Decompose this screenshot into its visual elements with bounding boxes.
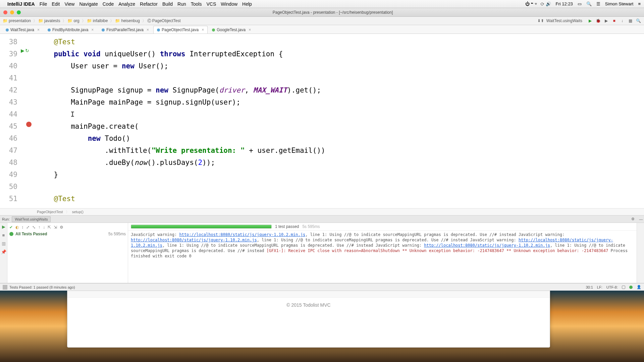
cog-icon[interactable]: ⚙ (60, 225, 63, 230)
menu-build[interactable]: Build (162, 1, 173, 7)
settings-icon[interactable]: ⚙ (630, 216, 636, 222)
app-name[interactable]: IntelliJ IDEA (7, 1, 35, 7)
run-tool-window: ▶ ■ ▥ 📌 ✔ ◐ ↕ ⤢ ⤡ ↑ ↓ ⇱ ⇲ ⚙ All Tests Pa… (0, 223, 644, 283)
console-right-gutter (637, 223, 644, 283)
next-icon[interactable]: ↓ (43, 225, 45, 230)
collapse-icon[interactable]: ⤡ (32, 225, 36, 230)
console-link[interactable]: http://localhost:8080/static/js/jquery-1… (179, 232, 306, 237)
code-area[interactable]: @Test public void uniqueUser() throws In… (37, 34, 644, 208)
run-label: Run: (2, 217, 10, 221)
search-everywhere-icon[interactable]: 🔍 (635, 18, 641, 24)
console-link[interactable]: http://localhost:8080/static/js/jquery-1… (131, 238, 257, 242)
run-config-tab[interactable]: WaitTest.usingWaits (12, 216, 51, 222)
file-encoding[interactable]: UTF-8: (606, 285, 618, 289)
tab-waittest[interactable]: WaitTest.java× (2, 26, 43, 34)
import-icon[interactable]: ⇲ (54, 225, 57, 230)
console-output[interactable]: JavaScript warning: http://localhost:808… (128, 231, 637, 283)
pin-icon[interactable]: 📌 (1, 249, 6, 254)
crumb-class[interactable]: Ⓒ PageObjectTest (147, 18, 181, 24)
crumb-project[interactable]: 📁 presentation (3, 18, 31, 23)
menu-refactor[interactable]: Refactor (140, 1, 158, 7)
tab-findbyattribute[interactable]: FindByAttribute.java× (44, 26, 97, 34)
run-config-selector[interactable]: WaitTest.usingWaits (546, 18, 582, 23)
mac-menubar: IntelliJ IDEA File Edit View Navigate Co… (0, 0, 644, 8)
window-titlebar: PageObjectTest.java - presentation - [~/… (0, 8, 644, 17)
user-name[interactable]: Simon Stewart (605, 1, 634, 6)
window-title: PageObjectTest.java - presentation - [~/… (25, 10, 641, 15)
tab-firstparallel[interactable]: FirstParallelTest.java× (98, 26, 153, 34)
hector-icon[interactable]: 👤 (637, 285, 641, 289)
crumb-class-name[interactable]: PageObjectTest (37, 210, 63, 214)
test-ok-icon (9, 232, 13, 236)
expand-icon[interactable]: ⤢ (26, 225, 30, 230)
status-icon[interactable] (3, 285, 7, 290)
menu-window[interactable]: Window (221, 1, 237, 7)
test-root-node[interactable]: All Tests Passed 5s 595ms (9, 232, 126, 236)
breakpoint-icon[interactable] (26, 122, 32, 127)
crumb-org[interactable]: 📁 org (67, 18, 79, 23)
vcs-update-icon[interactable]: ↓ (619, 18, 625, 24)
show-ignored-icon[interactable]: ◐ (15, 225, 19, 230)
prev-icon[interactable]: ↑ (38, 225, 40, 230)
test-tree: ✔ ◐ ↕ ⤢ ⤡ ↑ ↓ ⇱ ⇲ ⚙ All Tests Passed 5s … (7, 223, 128, 283)
menu-user-icon[interactable]: ☰ (596, 1, 600, 6)
close-icon[interactable]: × (147, 27, 149, 32)
coverage-button[interactable]: ▶ (603, 18, 609, 24)
zoom-window-button[interactable] (17, 10, 21, 14)
clock[interactable]: Fri 12:23 (556, 1, 573, 6)
crumb-pkg2[interactable]: 📁 heisenbug (115, 18, 140, 23)
menu-file[interactable]: File (40, 1, 47, 7)
sort-icon[interactable]: ↕ (21, 225, 23, 230)
menu-vcs[interactable]: VCS (206, 1, 216, 7)
stop-icon[interactable]: ■ (2, 233, 5, 238)
background-browser-window[interactable]: © 2015 Todolist MVC (67, 291, 550, 348)
battery-icon[interactable]: ▭ (578, 1, 582, 6)
tab-googletest[interactable]: GoogleTest.java× (208, 26, 255, 34)
line-separator[interactable]: LF: (597, 285, 602, 289)
tab-pageobjecttest[interactable]: PageObjectTest.java× (153, 26, 208, 34)
menu-view[interactable]: View (64, 1, 74, 7)
close-icon[interactable]: × (249, 27, 251, 32)
menu-code[interactable]: Code (103, 1, 114, 7)
close-icon[interactable]: × (91, 27, 94, 32)
menu-navigate[interactable]: Navigate (79, 1, 98, 7)
export-icon[interactable]: ⇱ (48, 225, 51, 230)
run-test-gutter-icon[interactable]: ▶ (21, 48, 24, 53)
crumb-method-name[interactable]: setup() (72, 210, 84, 214)
close-icon[interactable]: × (37, 27, 40, 32)
desktop-background: © 2015 Todolist MVC (0, 291, 644, 362)
tests-passed-label: 1 test passed (275, 224, 299, 229)
show-passed-icon[interactable]: ✔ (9, 225, 13, 230)
menu-run[interactable]: Run (177, 1, 186, 7)
debug-test-gutter-icon[interactable]: ↻ (25, 48, 29, 53)
run-button[interactable]: ▶ (587, 18, 593, 24)
status-icons[interactable]: ⏻ ☁ ᯤ ⟳ 🔊 (525, 1, 551, 6)
rerun-icon[interactable]: ▶ (2, 224, 5, 229)
hide-panel-icon[interactable]: — (638, 216, 644, 222)
crumb-javatests[interactable]: 📁 javatests (38, 18, 60, 23)
close-window-button[interactable] (3, 10, 7, 14)
stop-button[interactable]: ■ (611, 18, 617, 24)
layout-icon[interactable]: ▥ (2, 241, 6, 246)
project-structure-icon[interactable]: ▦ (627, 18, 633, 24)
spotlight-icon[interactable]: 🔍 (586, 1, 592, 6)
editor[interactable]: 3839404142434445464748495051 ▶ ↻ @Test p… (0, 34, 644, 208)
editor-tabs: WaitTest.java× FindByAttribute.java× Fir… (0, 25, 644, 34)
run-tool-window-header: Run: WaitTest.usingWaits ⚙ — (0, 216, 644, 223)
build-icon[interactable]: ⬇⬆ (538, 18, 544, 24)
vcs-status-icon[interactable] (629, 286, 633, 289)
menu-help[interactable]: Help (242, 1, 252, 7)
crumb-pkg1[interactable]: 📁 infalbibe (87, 18, 108, 23)
close-icon[interactable]: × (202, 27, 204, 32)
menu-tools[interactable]: Tools (191, 1, 202, 7)
minimize-window-button[interactable] (10, 10, 14, 14)
debug-button[interactable]: 🐞 (595, 18, 601, 24)
console-link[interactable]: http://localhost:8080/static/js/jquery-1… (424, 243, 550, 248)
caret-position[interactable]: 30:1 (586, 285, 593, 289)
readonly-lock-icon[interactable] (622, 286, 625, 289)
menu-analyze[interactable]: Analyze (118, 1, 135, 7)
tests-duration: 5s 595ms (302, 224, 320, 229)
navigation-bar: 📁 presentation〉 📁 javatests〉 📁 org〉 📁 in… (0, 17, 644, 25)
notifications-icon[interactable]: ≡ (638, 1, 641, 6)
menu-edit[interactable]: Edit (52, 1, 60, 7)
